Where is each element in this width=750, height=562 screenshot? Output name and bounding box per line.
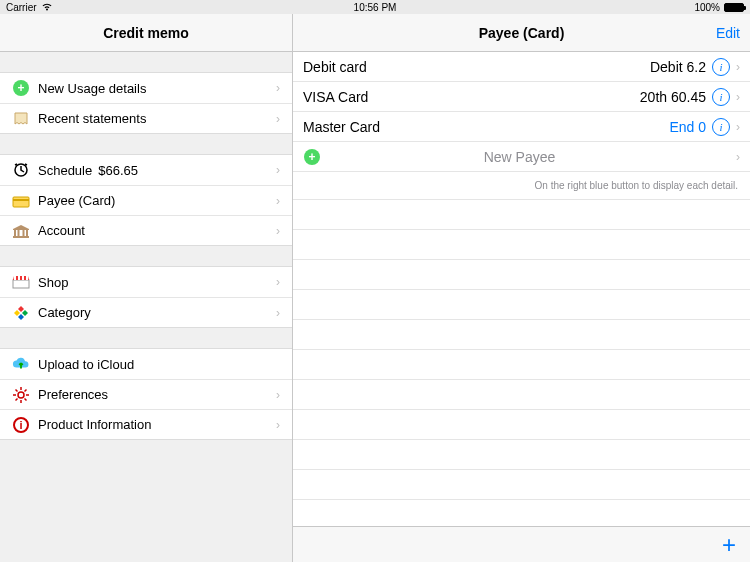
new-payee-row[interactable]: + New Payee › xyxy=(293,142,750,172)
payee-row-debit[interactable]: Debit card Debit 6.2 i › xyxy=(293,52,750,82)
chevron-right-icon: › xyxy=(736,150,740,164)
row-account[interactable]: Account › xyxy=(0,215,292,245)
svg-rect-2 xyxy=(13,199,29,201)
row-new-usage[interactable]: + New Usage details › xyxy=(0,73,292,103)
new-payee-label: New Payee xyxy=(303,149,736,165)
carrier-label: Carrier xyxy=(6,2,37,13)
row-shop[interactable]: Shop › xyxy=(0,267,292,297)
row-label: Preferences xyxy=(38,387,276,402)
row-preferences[interactable]: Preferences › xyxy=(0,379,292,409)
payee-label: Debit card xyxy=(303,59,650,75)
row-label: Product Information xyxy=(38,417,276,432)
info-circle-icon[interactable]: i xyxy=(712,58,730,76)
plus-icon: + xyxy=(12,79,30,97)
svg-rect-3 xyxy=(14,230,16,236)
edit-button[interactable]: Edit xyxy=(716,25,740,41)
payee-row-visa[interactable]: VISA Card 20th 60.45 i › xyxy=(293,82,750,112)
category-icon xyxy=(12,304,30,322)
payee-value: Debit 6.2 xyxy=(650,59,706,75)
row-label: Category xyxy=(38,305,276,320)
bank-icon xyxy=(12,222,30,240)
chevron-right-icon: › xyxy=(276,306,280,320)
sidebar-title: Credit memo xyxy=(103,25,189,41)
empty-row xyxy=(293,230,750,260)
chevron-right-icon: › xyxy=(276,418,280,432)
chevron-right-icon: › xyxy=(276,163,280,177)
card-icon xyxy=(12,192,30,210)
row-payee-card[interactable]: Payee (Card) › xyxy=(0,185,292,215)
row-label: Recent statements xyxy=(38,111,276,126)
row-product-info[interactable]: i Product Information › xyxy=(0,409,292,439)
gear-icon xyxy=(12,386,30,404)
chevron-right-icon: › xyxy=(276,81,280,95)
clock-icon xyxy=(12,161,30,179)
chevron-right-icon: › xyxy=(276,275,280,289)
toolbar: + xyxy=(293,526,750,562)
row-upload-icloud[interactable]: Upload to iCloud xyxy=(0,349,292,379)
row-recent-statements[interactable]: Recent statements › xyxy=(0,103,292,133)
add-button[interactable]: + xyxy=(722,531,736,559)
svg-rect-11 xyxy=(22,276,24,280)
status-time: 10:56 PM xyxy=(354,2,397,13)
payee-value: End 0 xyxy=(669,119,706,135)
sidebar: Credit memo + New Usage details › Recent… xyxy=(0,14,293,562)
payee-label: Master Card xyxy=(303,119,669,135)
chevron-right-icon: › xyxy=(736,90,740,104)
wifi-icon xyxy=(41,2,53,13)
row-label: Account xyxy=(38,223,276,238)
battery-icon xyxy=(724,3,744,12)
empty-row xyxy=(293,320,750,350)
empty-row xyxy=(293,350,750,380)
chevron-right-icon: › xyxy=(276,112,280,126)
row-label: Schedule$66.65 xyxy=(38,163,276,178)
info-circle-icon[interactable]: i xyxy=(712,88,730,106)
schedule-value: $66.65 xyxy=(98,163,138,178)
chevron-right-icon: › xyxy=(276,224,280,238)
empty-row xyxy=(293,200,750,230)
row-schedule[interactable]: Schedule$66.65 › xyxy=(0,155,292,185)
chevron-right-icon: › xyxy=(276,194,280,208)
svg-rect-9 xyxy=(14,276,16,280)
svg-rect-8 xyxy=(13,280,29,288)
scroll-icon xyxy=(12,110,30,128)
empty-row xyxy=(293,260,750,290)
svg-rect-12 xyxy=(26,276,28,280)
svg-rect-1 xyxy=(13,197,29,207)
svg-point-13 xyxy=(18,392,24,398)
chevron-right-icon: › xyxy=(276,388,280,402)
hint-text: On the right blue button to display each… xyxy=(293,172,750,200)
svg-rect-6 xyxy=(26,230,28,236)
empty-row xyxy=(293,380,750,410)
shop-icon xyxy=(12,273,30,291)
detail-nav: Payee (Card) Edit xyxy=(293,14,750,52)
status-bar: Carrier 10:56 PM 100% xyxy=(0,0,750,14)
detail-pane: Payee (Card) Edit Debit card Debit 6.2 i… xyxy=(293,14,750,562)
empty-row xyxy=(293,470,750,500)
chevron-right-icon: › xyxy=(736,120,740,134)
row-label: New Usage details xyxy=(38,81,276,96)
row-label: Payee (Card) xyxy=(38,193,276,208)
cloud-upload-icon xyxy=(12,355,30,373)
empty-row xyxy=(293,290,750,320)
svg-rect-5 xyxy=(23,230,25,236)
info-circle-icon[interactable]: i xyxy=(712,118,730,136)
svg-rect-10 xyxy=(18,276,20,280)
svg-rect-4 xyxy=(18,230,20,236)
row-category[interactable]: Category › xyxy=(0,297,292,327)
info-icon: i xyxy=(12,416,30,434)
empty-row xyxy=(293,410,750,440)
detail-title: Payee (Card) xyxy=(479,25,565,41)
payee-value: 20th 60.45 xyxy=(640,89,706,105)
chevron-right-icon: › xyxy=(736,60,740,74)
svg-rect-7 xyxy=(13,236,29,238)
empty-row xyxy=(293,440,750,470)
sidebar-nav: Credit memo xyxy=(0,14,292,52)
payee-label: VISA Card xyxy=(303,89,640,105)
row-label: Upload to iCloud xyxy=(38,357,280,372)
row-label: Shop xyxy=(38,275,276,290)
battery-percent: 100% xyxy=(694,2,720,13)
payee-row-master[interactable]: Master Card End 0 i › xyxy=(293,112,750,142)
